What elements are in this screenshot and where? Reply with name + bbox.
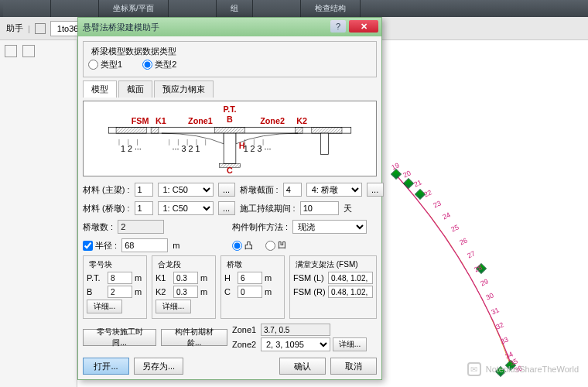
main-material-num[interactable] (135, 183, 153, 197)
svg-rect-13 (224, 133, 236, 163)
radio-concave[interactable]: 凹 (265, 240, 286, 252)
method-select[interactable]: 现浇 (292, 220, 367, 234)
radio-type1[interactable]: 类型1 (88, 59, 122, 70)
svg-rect-11 (295, 127, 303, 133)
block0-detail-button[interactable]: 详细... (87, 300, 122, 313)
ribbon-btn[interactable] (51, 0, 99, 17)
svg-text:P.T.: P.T. (223, 104, 236, 114)
wizard-dialog: 悬臂法桥梁建模助手 ? ✕ 桥梁模型数据数据类型 类型1 类型2 模型 截面 预… (77, 17, 382, 380)
svg-text:··· 3 2 1: ··· 3 2 1 (173, 144, 200, 153)
open-button[interactable]: 打开... (83, 358, 129, 375)
pt-input[interactable] (108, 272, 132, 284)
svg-text:B: B (227, 115, 233, 124)
c-input[interactable] (238, 286, 262, 298)
radio-type2[interactable]: 类型2 (142, 59, 176, 70)
svg-text:C: C (227, 166, 233, 175)
ribbon-btn[interactable] (169, 0, 217, 17)
wechat-icon: ✉ (467, 362, 481, 376)
ribbon-btn[interactable] (3, 0, 51, 17)
pier-count-label: 桥墩数 : (83, 221, 113, 233)
svg-text:FSM: FSM (132, 116, 149, 125)
zone1-input (261, 324, 330, 336)
block0-time-button[interactable]: 零号块施工时间... (83, 329, 156, 346)
radius-unit: m (173, 241, 179, 250)
svg-rect-8 (116, 127, 146, 133)
fs-closure: 合龙段 K1m K2m 详细... (152, 255, 216, 319)
left-panel (0, 40, 77, 387)
svg-text:K2: K2 (296, 116, 307, 125)
tab-tendon[interactable]: 预应力钢束 (154, 80, 214, 98)
closure-detail-button[interactable]: 详细... (156, 300, 191, 313)
tab-model[interactable]: 模型 (83, 80, 117, 98)
radio-convex[interactable]: 凸 (232, 240, 253, 252)
fs-data-type-title: 桥梁模型数据数据类型 (88, 46, 179, 57)
saveas-button[interactable]: 另存为... (134, 358, 183, 375)
tree-icon[interactable] (22, 45, 35, 57)
fsm-l-input[interactable] (328, 272, 373, 284)
main-material-label: 材料 (主梁) : (83, 184, 130, 196)
fs-fsm: 满堂支架法 (FSM) FSM (L) FSM (R) (289, 255, 377, 319)
tree-icon[interactable] (5, 45, 17, 57)
ribbon-btn[interactable] (253, 0, 301, 17)
duration-input[interactable] (300, 201, 339, 215)
svg-text:Zone2: Zone2 (260, 116, 285, 125)
method-label: 构件制作方法 : (232, 221, 288, 233)
help-button[interactable]: ? (330, 20, 346, 33)
k2-input[interactable] (173, 286, 198, 298)
h-input[interactable] (238, 272, 262, 284)
svg-text:Zone1: Zone1 (188, 116, 213, 125)
svg-text:K1: K1 (156, 116, 166, 125)
svg-rect-10 (214, 127, 244, 133)
pier-section-num[interactable] (283, 183, 302, 197)
radius-checkbox[interactable]: 半径 : (83, 240, 117, 252)
main-material-more[interactable]: ... (218, 183, 235, 197)
pier-section-select[interactable]: 4: 桥墩 (306, 183, 362, 197)
bridge-diagram: P.T. FSM K1 Zone1 B Zone2 K2 (83, 101, 377, 176)
pier-material-more[interactable]: ... (218, 201, 235, 215)
element-icon (35, 23, 46, 34)
svg-rect-12 (312, 127, 342, 133)
b-input[interactable] (108, 286, 132, 298)
pier-material-select[interactable]: 1: C50 (158, 201, 214, 215)
zone-detail-button[interactable]: 详细... (333, 337, 367, 351)
duration-label: 施工持续期间 : (240, 203, 296, 214)
watermark: ✉ NoteplusShareTheWorld (467, 362, 579, 376)
fs-pier: 桥墩 Hm Cm (220, 255, 285, 319)
pier-material-label: 材料 (桥墩) : (83, 203, 130, 214)
ribbon-group-coord: 坐标系/平面 (99, 0, 169, 17)
ribbon-group-check: 检查结构 (301, 0, 361, 17)
initial-age-button[interactable]: 构件初期材龄... (161, 329, 227, 346)
pier-section-label: 桥墩截面 : (240, 184, 279, 196)
radius-input[interactable] (121, 238, 168, 252)
svg-rect-14 (321, 133, 329, 154)
cancel-button[interactable]: 取消 (330, 358, 377, 375)
pier-material-num[interactable] (135, 201, 153, 215)
dialog-title-text: 悬臂法桥梁建模助手 (83, 22, 159, 33)
ribbon-group-group: 组 (217, 0, 253, 17)
app-ribbon: 坐标系/平面 组 检查结构 (0, 0, 588, 17)
toolbar-label: 助手 (6, 22, 23, 34)
main-material-select[interactable]: 1: C50 (158, 183, 214, 197)
svg-text:1 2 3 ···: 1 2 3 ··· (244, 144, 272, 153)
close-button[interactable]: ✕ (349, 20, 378, 33)
svg-text:1 2 ···: 1 2 ··· (121, 144, 142, 153)
pier-count-input (118, 220, 164, 234)
tab-section[interactable]: 截面 (118, 80, 152, 98)
duration-unit: 天 (344, 203, 352, 214)
pier-section-more[interactable]: ... (367, 183, 384, 197)
k1-input[interactable] (173, 272, 198, 284)
zone2-select[interactable]: 2, 3, 1095 (261, 337, 330, 351)
ok-button[interactable]: 确认 (279, 358, 326, 375)
dialog-titlebar[interactable]: 悬臂法桥梁建模助手 ? ✕ (78, 18, 381, 36)
fsm-r-input[interactable] (328, 286, 373, 298)
tab-strip: 模型 截面 预应力钢束 (83, 80, 377, 98)
fs-block0: 零号块 P.T.m Bm 详细... (83, 255, 147, 319)
svg-rect-9 (151, 127, 159, 133)
